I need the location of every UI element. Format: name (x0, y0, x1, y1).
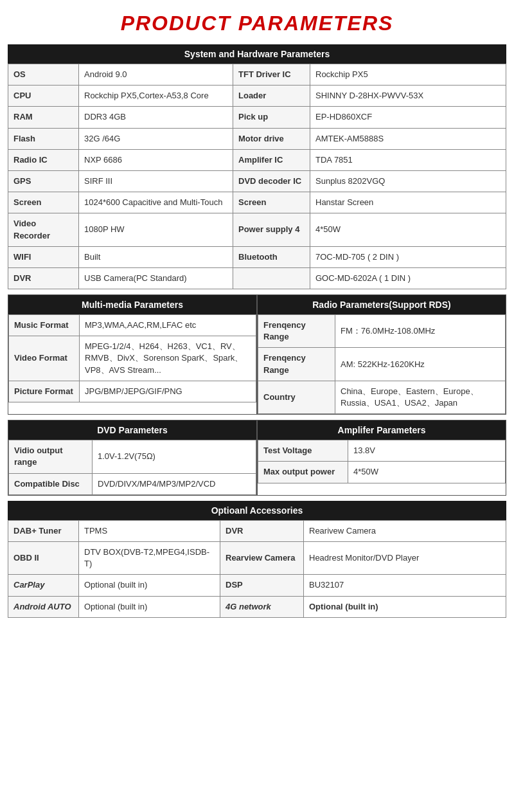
radio-label-1: Frenqency Range (258, 348, 335, 381)
system-label-7: Video Recorder (8, 213, 79, 246)
amp-value-0: 13.8V (348, 440, 506, 462)
mm-value-1: MPEG-1/2/4、H264、H263、VC1、RV、RMVB、DivX、So… (80, 336, 256, 381)
radio-header: Radio Parameters(Support RDS) (258, 295, 506, 314)
system-label-9: DVR (8, 267, 79, 289)
system-label2-6: Screen (233, 192, 310, 213)
system-label2-8: Bluetooth (233, 246, 310, 267)
mm-label-0: Music Format (9, 315, 80, 336)
mm-value-0: MP3,WMA,AAC,RM,LFAC etc (80, 315, 256, 336)
amplifier-section: Amplifer Parameters Test Voltage 13.8V M… (258, 420, 506, 495)
accessories-table: DAB+ Tuner TPMS DVR Rearivew Camera OBD … (8, 520, 506, 618)
system-label2-5: DVD decoder IC (233, 170, 310, 192)
acc-value2-1: Headrest Monitor/DVD Player (304, 541, 506, 574)
page-title: PRODUCT PARAMETERS (0, 0, 514, 44)
system-value-6: 1024*600 Capacitive and Multi-Touch (79, 192, 233, 213)
multimedia-radio-wrapper: Multi-media Parameters Music Format MP3,… (8, 294, 506, 415)
dvd-value-0: 1.0V-1.2V(75Ω) (93, 440, 256, 473)
acc-value1-1: DTV BOX(DVB-T2,MPEG4,ISDB-T) (79, 541, 220, 574)
dvd-label-1: Compatible Disc (9, 473, 93, 494)
radio-label-2: Country (258, 381, 335, 413)
acc-label2-3: 4G network (220, 596, 304, 617)
acc-value1-2: Optional (built in) (79, 575, 220, 596)
system-header: System and Hardware Parameters (8, 44, 506, 64)
system-value-3: 32G /64G (79, 128, 233, 149)
system-label2-1: Loader (233, 86, 310, 107)
system-value-4: NXP 6686 (79, 149, 233, 170)
mm-label-2: Picture Format (9, 381, 80, 402)
system-label-3: Flash (8, 128, 79, 149)
system-label-4: Radio IC (8, 149, 79, 170)
amp-label-0: Test Voltage (258, 440, 348, 462)
radio-table: Frenqency Range FM：76.0MHz-108.0MHz Fren… (258, 314, 506, 414)
system-value-5: SIRF III (79, 170, 233, 192)
dvd-table: Vidio output range 1.0V-1.2V(75Ω) Compat… (8, 440, 256, 495)
multimedia-section: Multi-media Parameters Music Format MP3,… (8, 295, 258, 414)
radio-value-1: AM: 522KHz-1620KHz (335, 348, 506, 381)
system-label2-4: Amplifer IC (233, 149, 310, 170)
system-value-9: USB Camera(PC Standard) (79, 267, 233, 289)
system-value2-5: Sunplus 8202VGQ (310, 170, 506, 192)
acc-label1-3: Android AUTO (8, 596, 79, 617)
system-label-6: Screen (8, 192, 79, 213)
system-value-8: Built (79, 246, 233, 267)
system-label2-9 (233, 267, 310, 289)
system-table: OS Android 9.0 TFT Driver IC Rockchip PX… (8, 64, 506, 289)
system-section: System and Hardware Parameters OS Androi… (8, 44, 506, 289)
multimedia-header: Multi-media Parameters (8, 295, 256, 314)
radio-label-0: Frenqency Range (258, 315, 335, 348)
dvd-section: DVD Parameters Vidio output range 1.0V-1… (8, 420, 258, 495)
dvd-header: DVD Parameters (8, 420, 256, 440)
system-value2-0: Rockchip PX5 (310, 64, 506, 86)
acc-value2-3: Optional (built in) (304, 596, 506, 617)
radio-value-0: FM：76.0MHz-108.0MHz (335, 315, 506, 348)
acc-label1-1: OBD II (8, 541, 79, 574)
system-value-2: DDR3 4GB (79, 107, 233, 128)
amp-label-1: Max output power (258, 462, 348, 483)
amplifier-header: Amplifer Parameters (258, 420, 506, 440)
system-label2-2: Pick up (233, 107, 310, 128)
acc-value1-3: Optional (built in) (79, 596, 220, 617)
system-value2-6: Hanstar Screen (310, 192, 506, 213)
dvd-amp-wrapper: DVD Parameters Vidio output range 1.0V-1… (8, 420, 506, 496)
amplifier-table: Test Voltage 13.8V Max output power 4*50… (258, 440, 506, 483)
system-label2-3: Motor drive (233, 128, 310, 149)
amp-value-1: 4*50W (348, 462, 506, 483)
dvd-value-1: DVD/DIVX/MP4/MP3/MP2/VCD (93, 473, 256, 494)
multimedia-table: Music Format MP3,WMA,AAC,RM,LFAC etc Vid… (8, 314, 256, 402)
system-value2-9: GOC-MD-6202A ( 1 DIN ) (310, 267, 506, 289)
acc-label2-2: DSP (220, 575, 304, 596)
system-label-5: GPS (8, 170, 79, 192)
system-label2-0: TFT Driver IC (233, 64, 310, 86)
acc-label2-1: Rearview Camera (220, 541, 304, 574)
dvd-label-0: Vidio output range (9, 440, 93, 473)
system-value-1: Rockchip PX5,Cortex-A53,8 Core (79, 86, 233, 107)
system-label-8: WIFI (8, 246, 79, 267)
radio-section: Radio Parameters(Support RDS) Frenqency … (258, 295, 506, 414)
system-label-2: RAM (8, 107, 79, 128)
acc-label2-0: DVR (220, 520, 304, 541)
system-value-0: Android 9.0 (79, 64, 233, 86)
system-label-1: CPU (8, 86, 79, 107)
system-value2-3: AMTEK-AM5888S (310, 128, 506, 149)
accessories-section: Optioanl Accessories DAB+ Tuner TPMS DVR… (8, 501, 506, 618)
system-label2-7: Power supply 4 (233, 213, 310, 246)
mm-label-1: Video Format (9, 336, 80, 381)
system-value2-7: 4*50W (310, 213, 506, 246)
radio-value-2: China、Europe、Eastern、Europe、Russia、USA1、… (335, 381, 506, 413)
accessories-header: Optioanl Accessories (8, 501, 506, 520)
system-value-7: 1080P HW (79, 213, 233, 246)
acc-value2-0: Rearivew Camera (304, 520, 506, 541)
system-value2-1: SHINNY D-28HX-PWVV-53X (310, 86, 506, 107)
acc-label1-2: CarPlay (8, 575, 79, 596)
acc-label1-0: DAB+ Tuner (8, 520, 79, 541)
mm-value-2: JPG/BMP/JEPG/GIF/PNG (80, 381, 256, 402)
system-value2-4: TDA 7851 (310, 149, 506, 170)
system-label-0: OS (8, 64, 79, 86)
acc-value1-0: TPMS (79, 520, 220, 541)
system-value2-8: 7OC-MD-705 ( 2 DIN ) (310, 246, 506, 267)
acc-value2-2: BU32107 (304, 575, 506, 596)
system-value2-2: EP-HD860XCF (310, 107, 506, 128)
